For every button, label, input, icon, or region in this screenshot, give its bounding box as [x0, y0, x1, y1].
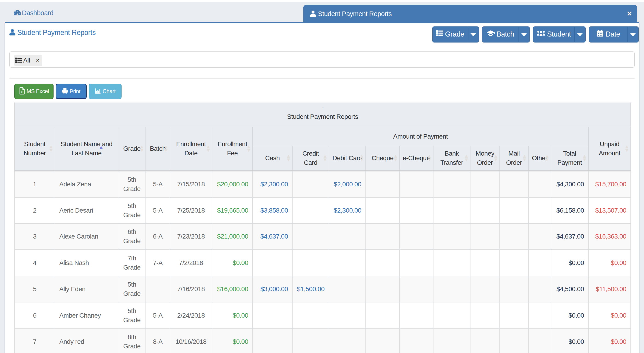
svg-text:x: x	[21, 90, 22, 94]
